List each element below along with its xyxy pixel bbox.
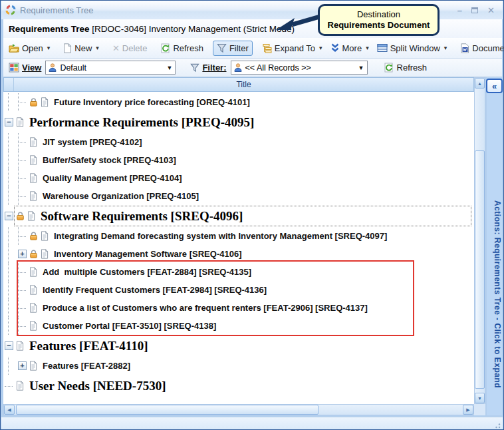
expander-plus-icon[interactable]: + [18,361,27,370]
scroll-down-button[interactable]: ▼ [475,393,485,403]
tree-row[interactable]: Quality Management [PREQ-4104] [3,169,474,187]
tree-indent [5,263,18,281]
open-button[interactable]: Open ▾ [5,41,54,56]
tree-row[interactable]: +Features [FEAT-2882] [3,357,474,375]
expander-minus-icon[interactable]: − [5,212,13,220]
tree-row-label: User Needs [NEED-7530] [29,379,166,393]
title-column-header[interactable]: Title [14,80,473,89]
app-logo-icon [5,5,16,15]
tree-row[interactable]: Warehouse Organization [PREQ-4105] [3,187,474,205]
tree-row[interactable]: Add multiple Customers [FEAT-2884] [SREQ… [3,263,474,281]
expand-to-button[interactable]: Expand To ▾ [258,41,326,56]
tree-row[interactable]: Integrating Demand forecasting system wi… [3,227,474,245]
scroll-up-button[interactable]: ▲ [475,78,485,89]
view-filter-bar: View Default ▼ Filter: << All Records >>… [3,59,502,77]
maximize-button[interactable] [471,6,478,15]
tree-row-label: Features [FEAT-4110] [29,339,148,353]
filter-select[interactable]: << All Records >> ▼ [231,61,368,75]
tree-row[interactable]: Buffer/Safety stock [PREQ-4103] [3,151,474,169]
vertical-scroll-thumb[interactable] [475,150,485,389]
split-window-button[interactable]: Split Window ▾ [373,41,451,56]
scroll-left-button[interactable]: ◀ [4,405,15,415]
document-button[interactable]: Document... [456,41,504,56]
resize-grip[interactable] [493,421,501,429]
actions-panel-collapsed[interactable]: Actions: Requirements Tree - Click to Ex… [487,77,502,415]
expander-minus-icon[interactable]: − [5,341,13,350]
tree-row-label: Buffer/Safety stock [PREQ-4103] [43,155,176,165]
close-button[interactable]: ✕ [487,6,495,15]
view-link[interactable]: View [22,63,41,73]
callout-arrow [275,11,321,34]
document-icon [40,249,49,259]
horizontal-scroll-thumb[interactable] [16,405,318,415]
expand-to-dropdown-arrow-icon[interactable]: ▾ [319,45,322,51]
requirements-tree[interactable]: Future Inventory price forecasting [OREQ… [3,92,474,404]
document-icon [29,137,38,147]
refresh-button[interactable]: Refresh [156,41,207,56]
actions-panel-label[interactable]: Actions: Requirements Tree - Click to Ex… [487,200,502,388]
view-select[interactable]: Default ▼ [45,61,176,75]
callout-line2: Requirements Document [328,20,430,31]
app-window: Requirements Tree – ✕ Requirements Tree … [0,0,504,430]
tree-row-label: Identify Frequent Customers [FEAT-2984] … [43,285,267,295]
open-dropdown-arrow-icon[interactable]: ▾ [47,45,51,51]
filter-select-arrow-icon[interactable]: ▼ [358,65,364,71]
annotation-callout: Destination Requirements Document [318,4,440,36]
expand-to-label: Expand To [275,43,315,53]
maximize-icon [471,7,478,13]
expander-plus-icon[interactable]: + [18,250,27,258]
split-window-label: Split Window [390,43,440,53]
expand-actions-button[interactable]: « [486,79,503,93]
tree-row-label: Warehouse Organization [PREQ-4105] [43,191,199,201]
tree-row[interactable]: −Features [FEAT-4110] [3,335,474,357]
filter-funnel-icon [217,43,227,53]
vertical-scrollbar[interactable]: ▲ ▼ [474,77,485,404]
tree-row[interactable]: Identify Frequent Customers [FEAT-2984] … [3,281,474,299]
tree-connector [5,375,14,397]
person-icon [49,63,57,72]
document-icon [15,117,25,127]
tree-row-label: Produce a list of Customers who are freq… [43,303,368,313]
expander-minus-icon[interactable]: − [5,118,13,126]
horizontal-scrollbar[interactable]: ◀ ▶ [3,404,474,415]
filter-funnel-icon [190,63,199,73]
new-dropdown-arrow-icon[interactable]: ▾ [96,45,99,51]
new-button[interactable]: New ▾ [59,41,103,56]
window-controls: – ✕ [457,6,499,15]
document-icon [27,211,36,221]
minimize-button[interactable]: – [457,6,462,15]
tree-row[interactable]: −Performance Requirements [PREQ-4095] [3,111,474,133]
tree-indent [5,169,18,187]
tree-row[interactable]: Customer Portal [FEAT-3510] [SREQ-4138] [3,317,474,335]
tree-row[interactable]: JIT system [PREQ-4102] [3,133,474,151]
filter-button[interactable]: Filter [213,41,253,56]
filter-link[interactable]: Filter: [202,63,226,73]
tree-row[interactable]: +Inventory Management Software [SREQ-410… [3,245,474,263]
refresh-link[interactable]: Refresh [397,63,428,73]
tree-row[interactable]: User Needs [NEED-7530] [3,375,474,397]
tree-column-header[interactable]: Title [3,77,474,92]
refresh-icon [384,63,394,73]
view-select-arrow-icon[interactable]: ▼ [166,65,172,71]
document-icon [15,381,25,391]
main-toolbar: Open ▾ New ▾ ✕ Delete Refresh [3,38,502,59]
expand-to-tree-icon [262,43,272,53]
document-icon [29,173,38,183]
new-label: New [74,43,92,53]
more-button[interactable]: More ▾ [326,41,373,56]
tree-connector [18,263,27,281]
lock-icon [29,231,39,241]
scroll-right-button[interactable]: ▶ [463,405,473,415]
tree-row[interactable]: Future Inventory price forecasting [OREQ… [3,93,474,111]
delete-button[interactable]: ✕ Delete [108,41,151,56]
person-icon [234,63,242,72]
more-dropdown-arrow-icon[interactable]: ▾ [366,45,369,51]
tree-row[interactable]: Produce a list of Customers who are freq… [3,299,474,317]
split-window-dropdown-arrow-icon[interactable]: ▾ [444,45,447,51]
delete-label: Delete [122,43,148,53]
tree-row-label: Add multiple Customers [FEAT-2884] [SREQ… [43,267,251,277]
callout-line1: Destination [357,9,400,20]
tree-row[interactable]: −Software Requirements [SREQ-4096] [3,205,474,227]
tree-indent [5,281,18,299]
subtitle-bold: Requirements Tree [9,24,90,34]
